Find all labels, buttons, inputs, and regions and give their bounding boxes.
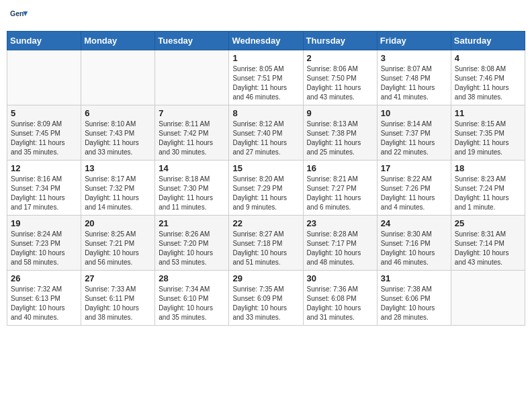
- calendar-cell: [155, 50, 229, 105]
- day-detail: Sunrise: 8:28 AM Sunset: 7:17 PM Dayligh…: [307, 230, 373, 267]
- day-number: 4: [455, 53, 521, 63]
- calendar-cell: 6Sunrise: 8:10 AM Sunset: 7:43 PM Daylig…: [81, 105, 155, 161]
- calendar-cell: 10Sunrise: 8:14 AM Sunset: 7:37 PM Dayli…: [377, 105, 451, 161]
- day-number: 30: [307, 273, 373, 283]
- day-number: 26: [11, 273, 77, 283]
- day-detail: Sunrise: 8:17 AM Sunset: 7:32 PM Dayligh…: [85, 175, 151, 212]
- calendar-cell: 4Sunrise: 8:08 AM Sunset: 7:46 PM Daylig…: [451, 50, 525, 105]
- day-number: 3: [381, 53, 447, 63]
- day-detail: Sunrise: 8:24 AM Sunset: 7:23 PM Dayligh…: [11, 230, 77, 267]
- calendar-cell: 20Sunrise: 8:25 AM Sunset: 7:21 PM Dayli…: [81, 216, 155, 271]
- day-number: 12: [11, 163, 77, 173]
- day-detail: Sunrise: 7:34 AM Sunset: 6:10 PM Dayligh…: [159, 285, 225, 322]
- day-detail: Sunrise: 8:13 AM Sunset: 7:38 PM Dayligh…: [307, 120, 373, 157]
- day-number: 20: [85, 218, 151, 228]
- day-detail: Sunrise: 8:05 AM Sunset: 7:51 PM Dayligh…: [232, 64, 299, 102]
- calendar-week-row: 12Sunrise: 8:16 AM Sunset: 7:34 PM Dayli…: [7, 161, 525, 216]
- calendar-cell: 11Sunrise: 8:15 AM Sunset: 7:35 PM Dayli…: [451, 105, 525, 161]
- logo: Gen: [10, 7, 30, 26]
- calendar-cell: 16Sunrise: 8:21 AM Sunset: 7:27 PM Dayli…: [303, 161, 377, 216]
- day-detail: Sunrise: 8:26 AM Sunset: 7:20 PM Dayligh…: [159, 230, 225, 267]
- day-number: 22: [232, 218, 299, 228]
- day-number: 11: [455, 108, 521, 118]
- weekday-header-wednesday: Wednesday: [229, 32, 303, 50]
- day-detail: Sunrise: 8:25 AM Sunset: 7:21 PM Dayligh…: [85, 230, 151, 267]
- day-detail: Sunrise: 8:16 AM Sunset: 7:34 PM Dayligh…: [11, 175, 77, 212]
- day-number: 24: [381, 218, 447, 228]
- calendar-cell: 30Sunrise: 7:36 AM Sunset: 6:08 PM Dayli…: [303, 271, 377, 326]
- day-number: 25: [455, 218, 521, 228]
- calendar-cell: 12Sunrise: 8:16 AM Sunset: 7:34 PM Dayli…: [7, 161, 81, 216]
- day-number: 8: [232, 108, 299, 118]
- day-number: 9: [307, 108, 373, 118]
- day-number: 23: [307, 218, 373, 228]
- day-detail: Sunrise: 8:31 AM Sunset: 7:14 PM Dayligh…: [455, 230, 521, 267]
- day-number: 27: [85, 273, 151, 283]
- day-number: 19: [11, 218, 77, 228]
- day-number: 6: [85, 108, 151, 118]
- page-header: Gen: [7, 7, 525, 26]
- calendar-cell: 31Sunrise: 7:38 AM Sunset: 6:06 PM Dayli…: [377, 271, 451, 326]
- logo-icon: Gen: [10, 7, 29, 26]
- day-number: 5: [11, 108, 77, 118]
- weekday-header-saturday: Saturday: [451, 32, 525, 50]
- weekday-header-friday: Friday: [377, 32, 451, 50]
- calendar-cell: 2Sunrise: 8:06 AM Sunset: 7:50 PM Daylig…: [303, 50, 377, 105]
- calendar-cell: 28Sunrise: 7:34 AM Sunset: 6:10 PM Dayli…: [155, 271, 229, 326]
- weekday-header-sunday: Sunday: [7, 32, 81, 50]
- day-number: 10: [381, 108, 447, 118]
- calendar-cell: [451, 271, 525, 326]
- weekday-header-thursday: Thursday: [303, 32, 377, 50]
- day-detail: Sunrise: 8:14 AM Sunset: 7:37 PM Dayligh…: [381, 120, 447, 157]
- day-number: 1: [232, 53, 299, 63]
- day-detail: Sunrise: 8:12 AM Sunset: 7:40 PM Dayligh…: [232, 120, 299, 157]
- day-number: 7: [159, 108, 225, 118]
- calendar-cell: 3Sunrise: 8:07 AM Sunset: 7:48 PM Daylig…: [377, 50, 451, 105]
- calendar-cell: 23Sunrise: 8:28 AM Sunset: 7:17 PM Dayli…: [303, 216, 377, 271]
- day-number: 28: [159, 273, 225, 283]
- svg-text:Gen: Gen: [10, 9, 24, 17]
- day-detail: Sunrise: 8:22 AM Sunset: 7:26 PM Dayligh…: [381, 175, 447, 212]
- calendar-cell: 26Sunrise: 7:32 AM Sunset: 6:13 PM Dayli…: [7, 271, 81, 326]
- day-number: 17: [381, 163, 447, 173]
- day-number: 29: [232, 273, 299, 283]
- day-detail: Sunrise: 8:11 AM Sunset: 7:42 PM Dayligh…: [159, 120, 225, 157]
- calendar-cell: 9Sunrise: 8:13 AM Sunset: 7:38 PM Daylig…: [303, 105, 377, 161]
- calendar-cell: 19Sunrise: 8:24 AM Sunset: 7:23 PM Dayli…: [7, 216, 81, 271]
- day-number: 13: [85, 163, 151, 173]
- calendar-cell: 24Sunrise: 8:30 AM Sunset: 7:16 PM Dayli…: [377, 216, 451, 271]
- day-detail: Sunrise: 8:27 AM Sunset: 7:18 PM Dayligh…: [232, 230, 299, 267]
- day-number: 18: [455, 163, 521, 173]
- calendar-cell: 21Sunrise: 8:26 AM Sunset: 7:20 PM Dayli…: [155, 216, 229, 271]
- day-detail: Sunrise: 8:15 AM Sunset: 7:35 PM Dayligh…: [455, 120, 521, 157]
- calendar-week-row: 5Sunrise: 8:09 AM Sunset: 7:45 PM Daylig…: [7, 105, 525, 161]
- weekday-header-row: SundayMondayTuesdayWednesdayThursdayFrid…: [7, 32, 525, 50]
- calendar-cell: 25Sunrise: 8:31 AM Sunset: 7:14 PM Dayli…: [451, 216, 525, 271]
- calendar-cell: 7Sunrise: 8:11 AM Sunset: 7:42 PM Daylig…: [155, 105, 229, 161]
- day-detail: Sunrise: 7:36 AM Sunset: 6:08 PM Dayligh…: [307, 285, 373, 322]
- weekday-header-tuesday: Tuesday: [155, 32, 229, 50]
- calendar-cell: 29Sunrise: 7:35 AM Sunset: 6:09 PM Dayli…: [229, 271, 303, 326]
- calendar-cell: 14Sunrise: 8:18 AM Sunset: 7:30 PM Dayli…: [155, 161, 229, 216]
- day-detail: Sunrise: 8:09 AM Sunset: 7:45 PM Dayligh…: [11, 120, 77, 157]
- day-number: 14: [159, 163, 225, 173]
- day-detail: Sunrise: 8:06 AM Sunset: 7:50 PM Dayligh…: [307, 64, 373, 102]
- day-detail: Sunrise: 8:30 AM Sunset: 7:16 PM Dayligh…: [381, 230, 447, 267]
- day-number: 2: [307, 53, 373, 63]
- calendar-cell: 17Sunrise: 8:22 AM Sunset: 7:26 PM Dayli…: [377, 161, 451, 216]
- day-number: 31: [381, 273, 447, 283]
- weekday-header-monday: Monday: [81, 32, 155, 50]
- calendar-cell: 27Sunrise: 7:33 AM Sunset: 6:11 PM Dayli…: [81, 271, 155, 326]
- day-detail: Sunrise: 7:35 AM Sunset: 6:09 PM Dayligh…: [232, 285, 299, 322]
- day-detail: Sunrise: 8:23 AM Sunset: 7:24 PM Dayligh…: [455, 175, 521, 212]
- day-detail: Sunrise: 7:33 AM Sunset: 6:11 PM Dayligh…: [85, 285, 151, 322]
- day-detail: Sunrise: 8:07 AM Sunset: 7:48 PM Dayligh…: [381, 64, 447, 102]
- day-detail: Sunrise: 8:08 AM Sunset: 7:46 PM Dayligh…: [455, 64, 521, 102]
- calendar-cell: [81, 50, 155, 105]
- calendar-week-row: 1Sunrise: 8:05 AM Sunset: 7:51 PM Daylig…: [7, 50, 525, 105]
- day-detail: Sunrise: 7:32 AM Sunset: 6:13 PM Dayligh…: [11, 285, 77, 322]
- day-detail: Sunrise: 8:10 AM Sunset: 7:43 PM Dayligh…: [85, 120, 151, 157]
- day-detail: Sunrise: 7:38 AM Sunset: 6:06 PM Dayligh…: [381, 285, 447, 322]
- calendar-cell: 15Sunrise: 8:20 AM Sunset: 7:29 PM Dayli…: [229, 161, 303, 216]
- calendar-table: SundayMondayTuesdayWednesdayThursdayFrid…: [7, 31, 525, 326]
